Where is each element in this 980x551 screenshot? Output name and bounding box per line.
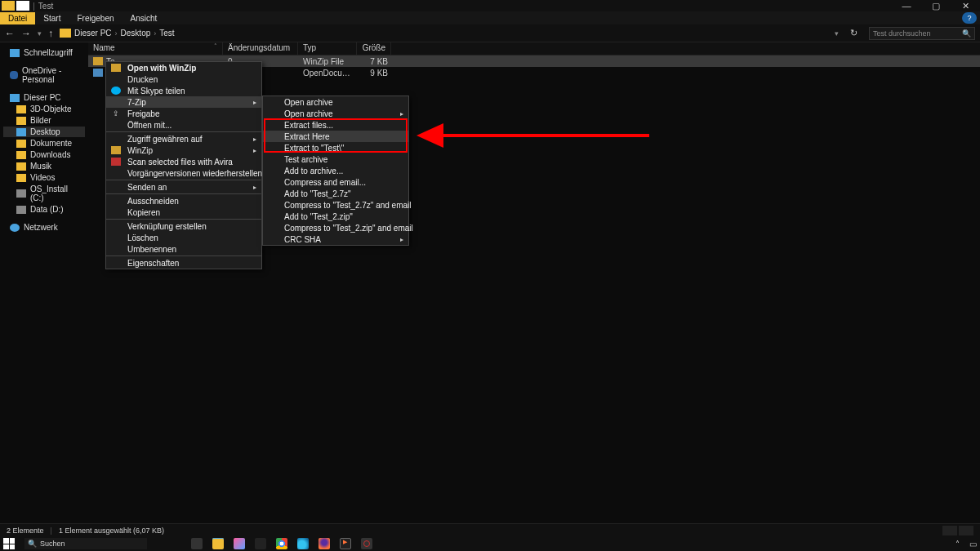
ctx-separator	[106, 256, 261, 256]
sidebar-label: OS_Install (C:)	[30, 184, 83, 202]
ctx-prevversions[interactable]: Vorgängerversionen wiederherstellen	[106, 167, 261, 179]
sidebar-label: Musik	[30, 162, 51, 171]
history-dropdown[interactable]: ▾	[38, 29, 42, 38]
ctx-add-archive[interactable]: Add to archive...	[263, 165, 408, 176]
sidebar-label: 3D-Objekte	[30, 104, 72, 113]
edge-icon[interactable]	[297, 538, 309, 549]
tab-start[interactable]: Start	[35, 12, 69, 24]
avira-icon[interactable]	[361, 538, 372, 549]
sidebar-network[interactable]: Netzwerk	[3, 222, 85, 233]
sidebar-item-3dobjects[interactable]: 3D-Objekte	[3, 104, 85, 114]
ctx-shortcut[interactable]: Verknüpfung erstellen	[106, 220, 261, 232]
crumb-desktop[interactable]: Desktop	[121, 29, 151, 38]
ctx-extract-here[interactable]: Extract Here	[263, 131, 408, 142]
crumb-test[interactable]: Test	[159, 29, 174, 38]
sidebar-item-videos[interactable]: Videos	[3, 172, 85, 183]
ctx-avira[interactable]: Scan selected files with Avira	[106, 156, 261, 167]
avira-icon	[111, 158, 121, 166]
taskbar-search[interactable]: 🔍Suchen	[24, 538, 147, 549]
sidebar-item-documents[interactable]: Dokumente	[3, 138, 85, 149]
address-dropdown[interactable]: ▾	[835, 29, 839, 38]
tab-share[interactable]: Freigeben	[69, 12, 122, 24]
address-bar[interactable]: Dieser PC › Desktop › Test ▾	[60, 29, 839, 38]
ctx-share[interactable]: ⇪Freigabe	[106, 108, 261, 119]
ctx-label: 7-Zip	[127, 98, 146, 107]
ctx-print[interactable]: Drucken	[106, 73, 261, 85]
ctx-skype[interactable]: Mit Skype teilen	[106, 85, 261, 96]
col-size[interactable]: Größe	[357, 42, 391, 55]
ctx-openwith[interactable]: Öffnen mit...	[106, 119, 261, 131]
ctx-label: Eigenschaften	[127, 259, 179, 268]
folder-icon	[60, 29, 71, 38]
ctx-add-7z[interactable]: Add to "Test_2.7z"	[263, 188, 408, 199]
sidebar-thispc[interactable]: Dieser PC	[3, 92, 85, 103]
help-button[interactable]: ?	[962, 12, 977, 24]
tray-chevron-icon[interactable]: ˄	[956, 540, 960, 549]
ctx-delete[interactable]: Löschen	[106, 232, 261, 243]
folder-icon	[16, 162, 26, 171]
ctx-7zip[interactable]: 7-Zip▸	[106, 96, 261, 108]
col-type[interactable]: Typ	[298, 42, 357, 55]
ctx-label: CRC SHA	[284, 235, 321, 244]
up-button[interactable]: ↑	[48, 28, 53, 39]
ctx-compress-email[interactable]: Compress and email...	[263, 176, 408, 188]
taskview-icon[interactable]	[191, 538, 203, 549]
start-button[interactable]	[3, 538, 15, 549]
sidebar-item-music[interactable]: Musik	[3, 161, 85, 171]
ctx-add-zip[interactable]: Add to "Test_2.zip"	[263, 211, 408, 222]
ctx-cut[interactable]: Ausschneiden	[106, 195, 261, 207]
crumb-pc[interactable]: Dieser PC	[74, 29, 112, 38]
ctx-crc-sha[interactable]: CRC SHA▸	[263, 233, 408, 245]
col-name[interactable]: Name˄	[88, 42, 223, 55]
ribbon-tabs: Datei Start Freigeben Ansicht ?	[0, 11, 980, 24]
ctx-sendto[interactable]: Senden an▸	[106, 181, 261, 193]
notifications-icon[interactable]: ▭	[969, 540, 977, 549]
ctx-winzip[interactable]: WinZip▸	[106, 144, 261, 156]
pc-icon	[10, 94, 20, 102]
explorer-icon[interactable]	[212, 538, 224, 549]
ctx-rename[interactable]: Umbenennen	[106, 243, 261, 255]
sidebar-item-drive-d[interactable]: Data (D:)	[3, 204, 85, 215]
forward-button[interactable]: →	[21, 28, 31, 39]
search-box[interactable]: Test durchsuchen 🔍	[869, 27, 975, 40]
firefox-icon[interactable]	[318, 538, 330, 549]
ctx-label: Verknüpfung erstellen	[127, 222, 207, 231]
mediaplayer-icon[interactable]	[340, 538, 351, 549]
ctx-test-archive[interactable]: Test archive	[263, 153, 408, 165]
ctx-open-winzip[interactable]: Open with WinZip	[106, 62, 261, 73]
close-button[interactable]: ✕	[951, 1, 980, 11]
chevron-right-icon: ▸	[253, 184, 256, 191]
ctx-copy[interactable]: Kopieren	[106, 207, 261, 218]
sidebar-quickaccess[interactable]: Schnellzugriff	[3, 47, 85, 58]
chrome-icon[interactable]	[276, 538, 287, 549]
ctx-grantaccess[interactable]: Zugriff gewähren auf▸	[106, 133, 261, 144]
ctx-separator	[106, 193, 261, 194]
ctx-label: Extract to "Test\"	[284, 144, 344, 153]
tab-file[interactable]: Datei	[0, 12, 35, 24]
view-details-button[interactable]	[942, 526, 957, 535]
window-title: Test	[38, 2, 53, 11]
minimize-button[interactable]: —	[892, 1, 921, 11]
tab-view[interactable]: Ansicht	[122, 12, 166, 24]
view-icons-button[interactable]	[959, 526, 973, 535]
photos-icon[interactable]	[234, 538, 245, 549]
ctx-label: Open with WinZip	[127, 64, 196, 73]
ctx-properties[interactable]: Eigenschaften	[106, 257, 261, 269]
sidebar-onedrive[interactable]: OneDrive - Personal	[3, 65, 85, 85]
back-button[interactable]: ←	[5, 28, 15, 39]
sidebar-item-drive-c[interactable]: OS_Install (C:)	[3, 184, 85, 203]
ctx-open-archive[interactable]: Open archive	[263, 96, 408, 108]
col-date[interactable]: Änderungsdatum	[223, 42, 298, 55]
ctx-compress-7z-email[interactable]: Compress to "Test_2.7z" and email	[263, 199, 408, 211]
maximize-button[interactable]: ▢	[921, 1, 951, 11]
refresh-button[interactable]: ↻	[845, 28, 862, 38]
sidebar-label: Desktop	[30, 127, 60, 136]
sidebar-item-downloads[interactable]: Downloads	[3, 149, 85, 160]
sidebar-item-desktop[interactable]: Desktop	[3, 127, 85, 137]
ctx-open-archive-sub[interactable]: Open archive▸	[263, 108, 408, 119]
ctx-compress-zip-email[interactable]: Compress to "Test_2.zip" and email	[263, 222, 408, 233]
app-icon[interactable]	[255, 538, 266, 549]
ctx-extract-files[interactable]: Extract files...	[263, 119, 408, 131]
sidebar-item-pictures[interactable]: Bilder	[3, 115, 85, 126]
ctx-extract-to[interactable]: Extract to "Test\"	[263, 142, 408, 153]
